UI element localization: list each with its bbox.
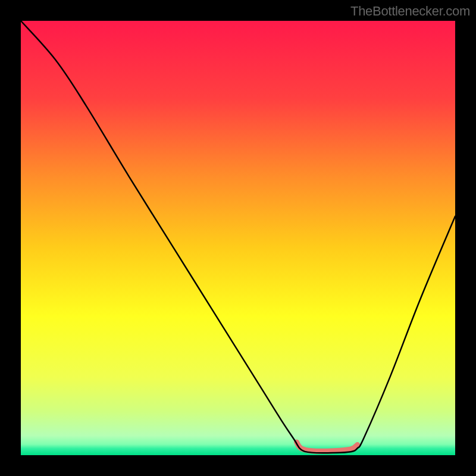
- gradient-background: [21, 21, 455, 455]
- svg-rect-0: [21, 21, 455, 455]
- chart-container: [21, 21, 455, 455]
- watermark-text: TheBottlenecker.com: [350, 4, 470, 19]
